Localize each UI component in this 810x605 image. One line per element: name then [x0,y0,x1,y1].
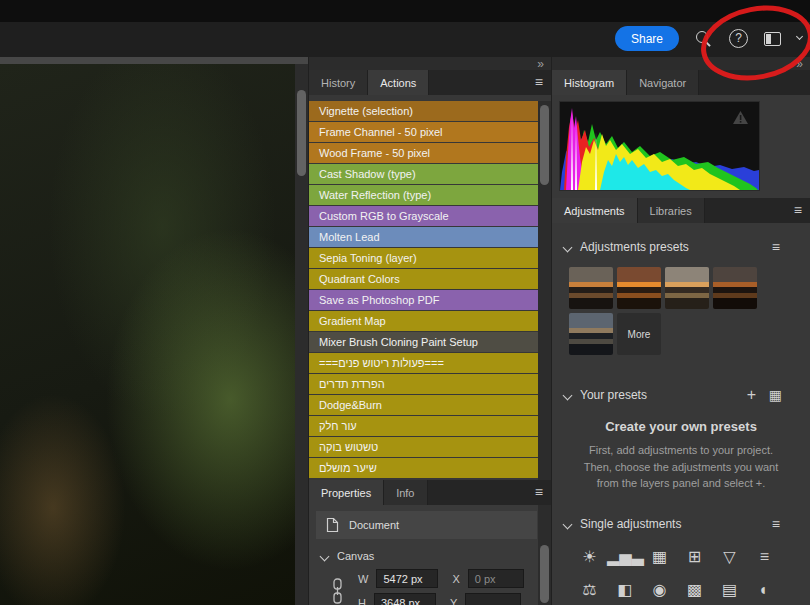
actions-scrollbar[interactable] [538,101,551,480]
chevron-down-icon [563,242,573,252]
x-field[interactable]: 0 px [468,569,524,588]
y-label: Y [450,597,457,605]
help-icon[interactable]: ? [729,29,748,48]
color-lookup-icon[interactable]: ▤ [712,578,747,602]
channel-mixer-icon[interactable]: ▩ [677,578,712,602]
width-field[interactable]: 5472 px [376,569,438,588]
preset-2-thumbnail[interactable] [617,267,661,309]
color-balance-icon[interactable]: ⚖ [572,578,607,602]
hue-saturation-icon[interactable]: ≡ [747,545,782,569]
your-presets-label: Your presets [580,388,647,402]
presets-menu-icon[interactable]: ≡ [772,239,780,255]
chevron-down-icon [563,390,573,400]
search-icon[interactable] [695,30,713,48]
document-label: Document [349,519,399,531]
action-item[interactable]: Save as Photoshop PDF [309,290,538,310]
collapse-panels-icon[interactable]: » [796,59,803,69]
chevron-down-icon [320,551,330,561]
canvas-scrollbar[interactable] [295,64,308,605]
action-item[interactable]: Sepia Toning (layer) [309,248,538,268]
single-adjustments-header[interactable]: Single adjustments ≡ [564,517,798,531]
single-adjustments-label: Single adjustments [580,517,681,531]
tab-history[interactable]: History [309,70,368,95]
warning-icon[interactable] [732,110,749,125]
panel-layout-icon[interactable] [764,32,781,46]
document-canvas[interactable] [0,57,308,605]
tab-actions[interactable]: Actions [368,70,429,95]
invert-icon[interactable]: ◐ [747,578,782,602]
link-dimensions-icon[interactable] [331,578,344,604]
empty-state-line1: First, add adjustments to your project. [552,444,810,456]
photo-image [0,64,295,605]
action-item[interactable]: Cast Shadow (type) [309,164,538,184]
adjustments-presets-header[interactable]: Adjustments presets ≡ [564,240,798,254]
curves-icon[interactable]: ▦ [642,545,677,569]
action-item[interactable]: Wood Frame - 50 pixel [309,143,538,163]
histogram-image [559,101,760,191]
tab-histogram[interactable]: Histogram [552,70,627,95]
photoshop-window: Share ? » History Actions ≡ Vignette (se… [0,0,810,605]
brightness-contrast-icon[interactable]: ☀ [572,545,607,569]
canvas-section-label: Canvas [337,550,374,562]
add-preset-icon[interactable]: + [747,386,756,404]
preset-4-thumbnail[interactable] [713,267,757,309]
tab-properties[interactable]: Properties [309,480,384,505]
panel-menu-icon[interactable]: ≡ [535,74,543,90]
canvas-section-header[interactable]: Canvas [321,550,374,562]
preset-thumbnails [569,267,764,355]
share-button[interactable]: Share [615,26,679,51]
black-white-icon[interactable]: ◧ [607,578,642,602]
action-item[interactable]: עור חלק [309,416,538,436]
document-icon [326,517,339,533]
action-item[interactable]: Gradient Map [309,311,538,331]
tab-libraries[interactable]: Libraries [638,198,705,223]
levels-icon[interactable]: ▂▅▃ [607,545,642,569]
x-label: X [452,573,459,585]
panel-menu-icon[interactable]: ≡ [535,484,543,500]
action-item[interactable]: Mixer Brush Cloning Paint Setup [309,332,538,352]
single-adjustments-menu-icon[interactable]: ≡ [772,516,780,532]
your-presets-header[interactable]: Your presets + ▦ [564,388,798,402]
collapse-panels-icon[interactable]: » [537,59,544,69]
panel-group-header: » [309,57,551,70]
exposure-icon[interactable]: ⊞ [677,545,712,569]
more-presets-button[interactable]: More [617,313,661,355]
chevron-down-icon [563,519,573,529]
height-field[interactable]: 3648 px [374,593,436,605]
panel-menu-icon[interactable]: ≡ [794,202,802,218]
histogram-tabbar: Histogram Navigator [552,70,810,95]
tab-navigator[interactable]: Navigator [627,70,699,95]
create-presets-title: Create your own presets [552,419,810,434]
single-adjustments-grid: ☀▂▅▃▦⊞▽≡⚖◧◉▩▤◐ [572,545,784,602]
action-item[interactable]: טשטוש בוקה [309,437,538,457]
preset-1-thumbnail[interactable] [569,267,613,309]
height-label: H [358,597,366,605]
action-item[interactable]: Quadrant Colors [309,269,538,289]
action-item[interactable]: הפרדת תדרים [309,374,538,394]
document-type-row: Document [316,511,537,539]
width-label: W [358,573,368,585]
tab-info[interactable]: Info [384,480,427,505]
adjustments-presets-label: Adjustments presets [580,240,689,254]
y-field[interactable] [465,593,521,605]
action-item[interactable]: Custom RGB to Grayscale [309,206,538,226]
preset-3-thumbnail[interactable] [665,267,709,309]
preset-5-thumbnail[interactable] [569,313,613,355]
grid-view-icon[interactable]: ▦ [769,387,782,403]
photo-filter-icon[interactable]: ◉ [642,578,677,602]
action-item[interactable]: Molten Lead [309,227,538,247]
properties-scrollbar[interactable] [538,505,551,605]
chevron-down-icon[interactable] [796,33,803,40]
empty-state-line2: Then, choose the adjustments you want [552,461,810,473]
action-item[interactable]: Water Reflection (type) [309,185,538,205]
action-item[interactable]: ===פעולות ריטוש פנים=== [309,353,538,373]
tab-adjustments[interactable]: Adjustments [552,198,638,223]
histogram-plot [560,102,759,190]
adjustments-body: Adjustments presets ≡ More Your presets … [552,223,810,605]
vibrance-icon[interactable]: ▽ [712,545,747,569]
action-item[interactable]: Dodge&Burn [309,395,538,415]
action-item[interactable]: שיער מושלם [309,458,538,478]
actions-tabbar: History Actions ≡ [309,70,551,95]
action-item[interactable]: Vignette (selection) [309,101,538,121]
action-item[interactable]: Frame Channel - 50 pixel [309,122,538,142]
